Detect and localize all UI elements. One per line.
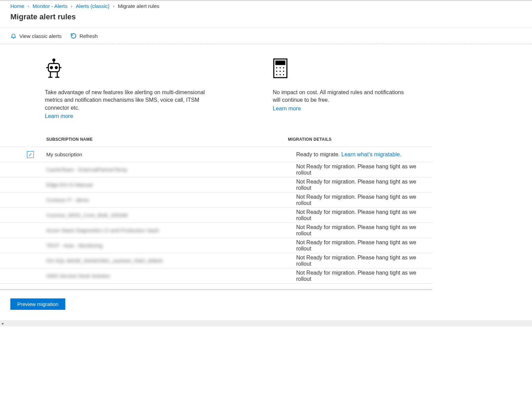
svg-rect-16 [276, 71, 277, 72]
svg-rect-14 [280, 67, 281, 68]
feature-card-new-capabilities: Take advantage of new features like aler… [45, 58, 217, 119]
table-row[interactable]: ✓ My subscription Ready to migrate. Lear… [0, 147, 432, 162]
subscription-name-cell: TEST - Asia - Monitoring [46, 243, 288, 248]
bell-icon [10, 33, 17, 39]
breadcrumb-link-monitor-alerts[interactable]: Monitor - Alerts [32, 3, 67, 9]
svg-point-4 [55, 67, 57, 69]
preview-migration-button[interactable]: Preview migration [10, 298, 65, 310]
chevron-right-icon: › [113, 3, 114, 9]
subscription-name-cell: Contoso IT - demo [46, 197, 288, 203]
migration-details-cell: Not Ready for migration. Please hang tig… [288, 179, 422, 191]
migration-details-cell: Ready to migrate. Learn what's migratabl… [288, 151, 422, 158]
column-header-subscription-name[interactable]: SUBSCRIPTION NAME [46, 137, 288, 142]
migration-details-cell: Not Ready for migration. Please hang tig… [288, 255, 422, 267]
migration-details-cell: Not Ready for migration. Please hang tig… [288, 270, 422, 282]
migration-status-text: Ready to migrate. [296, 151, 340, 157]
content-area: Take advantage of new features like aler… [0, 44, 532, 320]
view-classic-alerts-button[interactable]: View classic alerts [10, 33, 61, 39]
migration-status-text: Not Ready for migration. Please hang tig… [296, 239, 416, 252]
learn-more-link[interactable]: Learn more [45, 113, 217, 119]
feature-text-cost: No impact on cost. All migrated rules an… [273, 89, 411, 104]
row-checkbox[interactable]: ✓ [27, 151, 34, 158]
refresh-icon [70, 33, 77, 39]
chevron-right-icon: › [28, 3, 29, 9]
svg-point-0 [53, 59, 55, 61]
feature-row: Take advantage of new features like aler… [0, 58, 532, 119]
refresh-button[interactable]: Refresh [70, 33, 98, 39]
migration-status-text: Not Ready for migration. Please hang tig… [296, 270, 416, 282]
table-row[interactable]: Edge-ES-CI-Manual Not Ready for migratio… [0, 177, 432, 193]
subscription-name-cell: OMS Service Desk Solution [46, 273, 288, 279]
svg-rect-17 [280, 71, 281, 72]
breadcrumb-link-alerts-classic[interactable]: Alerts (classic) [76, 3, 110, 9]
view-classic-alerts-label: View classic alerts [19, 33, 61, 39]
migration-status-text: Not Ready for migration. Please hang tig… [296, 164, 416, 176]
subscription-name-cell: My subscription [46, 151, 288, 157]
table-row[interactable]: CacheTeam - ExternalPartnerTemp Not Read… [0, 162, 432, 177]
footer-actions: Preview migration [0, 290, 532, 320]
table-row[interactable]: TEST - Asia - Monitoring Not Ready for m… [0, 238, 432, 253]
robot-icon [45, 58, 217, 80]
feature-card-cost: No impact on cost. All migrated rules an… [273, 58, 411, 119]
chevron-right-icon: › [71, 3, 72, 9]
subscription-name-cell: CacheTeam - ExternalPartnerTemp [46, 167, 288, 173]
migration-status-text: Not Ready for migration. Please hang tig… [296, 179, 416, 191]
column-header-migration-details[interactable]: MIGRATION DETAILS [288, 137, 422, 142]
caret-left-icon[interactable]: ◂ [1, 321, 3, 326]
row-checkbox-cell: ✓ [27, 151, 46, 158]
migration-details-cell: Not Ready for migration. Please hang tig… [288, 224, 422, 237]
subscription-name-cell: Cosmos_WDG_Core_BnB_100348 [46, 212, 288, 218]
subscription-name-cell: DS-SQL-BASE_RANDOM1_sashwin_R&D_60843 [46, 258, 288, 264]
svg-rect-19 [276, 74, 277, 75]
migration-status-text: Not Ready for migration. Please hang tig… [296, 209, 416, 221]
migration-status-text: Not Ready for migration. Please hang tig… [296, 224, 416, 236]
svg-rect-18 [283, 71, 284, 72]
svg-rect-12 [276, 61, 285, 65]
bottom-status-bar: ◂ [0, 320, 532, 326]
migration-details-cell: Not Ready for migration. Please hang tig… [288, 239, 422, 252]
migration-status-text: Not Ready for migration. Please hang tig… [296, 255, 416, 267]
svg-rect-15 [283, 67, 284, 68]
learn-migratable-link[interactable]: Learn what's migratable. [341, 151, 402, 157]
migration-details-cell: Not Ready for migration. Please hang tig… [288, 194, 422, 206]
feature-text-new-capabilities: Take advantage of new features like aler… [45, 89, 217, 112]
table-row[interactable]: OMS Service Desk Solution Not Ready for … [0, 268, 432, 284]
breadcrumb: Home › Monitor - Alerts › Alerts (classi… [0, 1, 532, 12]
table-header-row: SUBSCRIPTION NAME MIGRATION DETAILS [0, 132, 432, 147]
toolbar: View classic alerts Refresh [0, 28, 532, 44]
table-row[interactable]: Azure Stack Diagnostics CI and Productio… [0, 223, 432, 238]
svg-point-3 [50, 67, 52, 69]
breadcrumb-current: Migrate alert rules [118, 3, 159, 9]
svg-rect-20 [280, 74, 281, 75]
migration-status-text: Not Ready for migration. Please hang tig… [296, 194, 416, 206]
breadcrumb-link-home[interactable]: Home [10, 3, 24, 9]
calculator-icon [273, 58, 411, 80]
table-row[interactable]: Contoso IT - demo Not Ready for migratio… [0, 193, 432, 208]
learn-more-link[interactable]: Learn more [273, 106, 411, 112]
svg-rect-21 [283, 74, 284, 75]
subscriptions-table: SUBSCRIPTION NAME MIGRATION DETAILS ✓ My… [0, 132, 432, 284]
refresh-label: Refresh [79, 33, 98, 39]
migration-details-cell: Not Ready for migration. Please hang tig… [288, 164, 422, 176]
migration-details-cell: Not Ready for migration. Please hang tig… [288, 209, 422, 221]
table-row[interactable]: DS-SQL-BASE_RANDOM1_sashwin_R&D_60843 No… [0, 253, 432, 268]
subscription-name-cell: Edge-ES-CI-Manual [46, 182, 288, 188]
table-row[interactable]: Cosmos_WDG_Core_BnB_100348 Not Ready for… [0, 208, 432, 223]
svg-rect-13 [276, 67, 277, 68]
page-title: Migrate alert rules [0, 12, 532, 28]
subscription-name-cell: Azure Stack Diagnostics CI and Productio… [46, 227, 288, 233]
